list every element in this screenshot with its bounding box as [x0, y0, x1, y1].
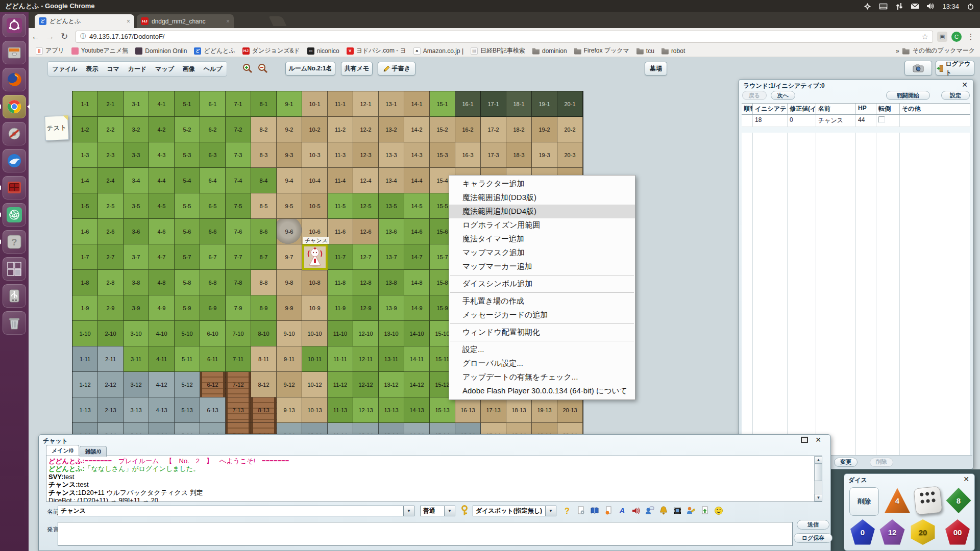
launcher-firefox-icon[interactable]	[3, 68, 26, 91]
map-cell[interactable]: 4-10	[149, 321, 175, 346]
map-cell[interactable]: 1-4	[72, 168, 98, 193]
map-cell[interactable]: 2-8	[98, 270, 124, 295]
close-icon[interactable]: ✕	[815, 436, 821, 443]
map-cell[interactable]: 3-2	[124, 117, 149, 142]
initiative-settings-button[interactable]: 設定	[941, 91, 970, 100]
movie-icon[interactable]	[672, 506, 682, 516]
map-cell[interactable]: 12-8	[353, 270, 379, 295]
upload-icon[interactable]	[700, 506, 710, 516]
bookmark-item[interactable]: ▭niconico	[304, 46, 342, 56]
context-menu-item[interactable]: アップデートの有無をチェック...	[449, 370, 635, 384]
map-cell[interactable]: 17-1	[481, 91, 506, 117]
bell-icon[interactable]	[658, 506, 669, 516]
bookmark-item[interactable]: ⣿アプリ	[33, 45, 67, 56]
map-cell[interactable]: 8-11	[251, 346, 277, 372]
map-cell[interactable]: 8-9	[251, 295, 277, 321]
font-icon[interactable]: A	[617, 506, 627, 516]
map-cell[interactable]: 3-1	[124, 91, 149, 117]
map-cell[interactable]: 4-11	[149, 346, 175, 372]
launcher-file-archive-icon[interactable]	[3, 41, 26, 64]
forward-icon[interactable]: →	[43, 32, 57, 42]
map-cell[interactable]: 1-6	[72, 219, 98, 244]
d12-die[interactable]: 12	[879, 519, 905, 545]
map-cell[interactable]: 7-3	[226, 142, 251, 168]
map-cell[interactable]: 14-10	[404, 321, 430, 346]
map-cell[interactable]: 9-9	[277, 295, 302, 321]
map-cell[interactable]: 7-4	[226, 168, 251, 193]
map-cell[interactable]: 19-2	[532, 117, 557, 142]
menu-5[interactable]: 画像	[180, 63, 198, 76]
map-cell[interactable]: 14-9	[404, 295, 430, 321]
map-cell[interactable]: 5-2	[175, 117, 200, 142]
map-cell[interactable]: 4-4	[149, 168, 175, 193]
map-cell[interactable]: 2-10	[98, 321, 124, 346]
shared-memo-button[interactable]: 共有メモ	[341, 62, 373, 76]
context-menu-item[interactable]: 設定...	[449, 343, 635, 357]
back-icon[interactable]: ←	[29, 32, 43, 42]
bookmark-star-icon[interactable]: ☆	[922, 32, 928, 41]
menu-3[interactable]: カード	[125, 63, 150, 76]
map-cell[interactable]: 17-2	[481, 117, 506, 142]
map-cell[interactable]: 2-13	[98, 397, 124, 423]
map-cell[interactable]: 2-4	[98, 168, 124, 193]
bookmark-item[interactable]: dominion	[529, 46, 570, 56]
map-cell[interactable]: 13-3	[379, 142, 404, 168]
map-cell[interactable]: 9-5	[277, 193, 302, 219]
bookmark-item[interactable]: robot	[658, 46, 688, 56]
context-menu-item[interactable]: ダイスシンボル追加	[449, 277, 635, 291]
map-cell[interactable]: 14-4	[404, 168, 430, 193]
map-cell[interactable]: 8-7	[251, 244, 277, 270]
voice-dropdown-icon[interactable]: ▼	[444, 506, 455, 516]
map-cell[interactable]: 5-1	[175, 91, 200, 117]
map-cell[interactable]: 7-8	[226, 270, 251, 295]
chat-tab[interactable]: 雑談/0	[80, 446, 107, 457]
map-cell[interactable]: 11-5	[328, 193, 353, 219]
fallen-checkbox[interactable]	[878, 116, 885, 123]
smiley-icon[interactable]	[714, 506, 724, 516]
mail-icon[interactable]	[911, 2, 919, 11]
dice-config-icon[interactable]	[576, 506, 586, 516]
map-cell[interactable]: 7-5	[226, 193, 251, 219]
page-info-icon[interactable]: ⓘ	[80, 32, 86, 41]
reload-icon[interactable]: ↻	[57, 31, 71, 42]
map-cell[interactable]: 3-8	[124, 270, 149, 295]
context-menu-item[interactable]: 魔法タイマー追加	[449, 232, 635, 246]
keyboard-icon[interactable]	[879, 2, 888, 11]
context-menu-item[interactable]: メッセージカードの追加	[449, 308, 635, 322]
map-cell[interactable]: 9-13	[277, 397, 302, 423]
map-cell[interactable]: 1-11	[72, 346, 98, 372]
map-cell[interactable]: 18-13	[506, 397, 532, 423]
tab-close-icon[interactable]: ×	[122, 18, 130, 25]
map-cell[interactable]: 7-10	[226, 321, 251, 346]
map-cell[interactable]: 1-13	[72, 397, 98, 423]
map-cell[interactable]: 14-12	[404, 372, 430, 397]
map-cell[interactable]: 9-4	[277, 168, 302, 193]
map-cell[interactable]: 16-2	[455, 117, 481, 142]
map-cell[interactable]: 8-6	[251, 219, 277, 244]
tab-close-icon[interactable]: ×	[222, 18, 230, 25]
map-cell[interactable]: 13-2	[379, 117, 404, 142]
map-cell[interactable]: 1-12	[72, 372, 98, 397]
map-cell[interactable]: 14-11	[404, 346, 430, 372]
map-cell[interactable]: 4-3	[149, 142, 175, 168]
bookmark-item[interactable]: Vヨドバシ.com - ヨ	[344, 45, 409, 56]
map-cell[interactable]: 12-7	[353, 244, 379, 270]
map-cell[interactable]: 1-2	[72, 117, 98, 142]
menu-4[interactable]: マップ	[152, 63, 177, 76]
launcher-atom-icon[interactable]	[3, 203, 26, 227]
map-cell[interactable]: 18-2	[506, 117, 532, 142]
voice-select[interactable]: 普通	[420, 506, 445, 516]
map-cell[interactable]: 9-3	[277, 142, 302, 168]
map-cell[interactable]: 14-3	[404, 142, 430, 168]
map-cell[interactable]: 1-10	[72, 321, 98, 346]
send-button[interactable]: 送信	[797, 520, 829, 530]
map-cell[interactable]: 4-5	[149, 193, 175, 219]
launcher-workspace-switcher-icon[interactable]	[3, 257, 26, 281]
initiative-table-body[interactable]	[742, 133, 970, 455]
map-cell[interactable]: 20-2	[557, 117, 583, 142]
map-cell[interactable]: 18-3	[506, 142, 532, 168]
map-cell[interactable]: 12-9	[353, 295, 379, 321]
map-cell[interactable]: 10-12	[302, 372, 328, 397]
map-cell[interactable]: 12-11	[353, 346, 379, 372]
map-cell[interactable]: 13-4	[379, 168, 404, 193]
